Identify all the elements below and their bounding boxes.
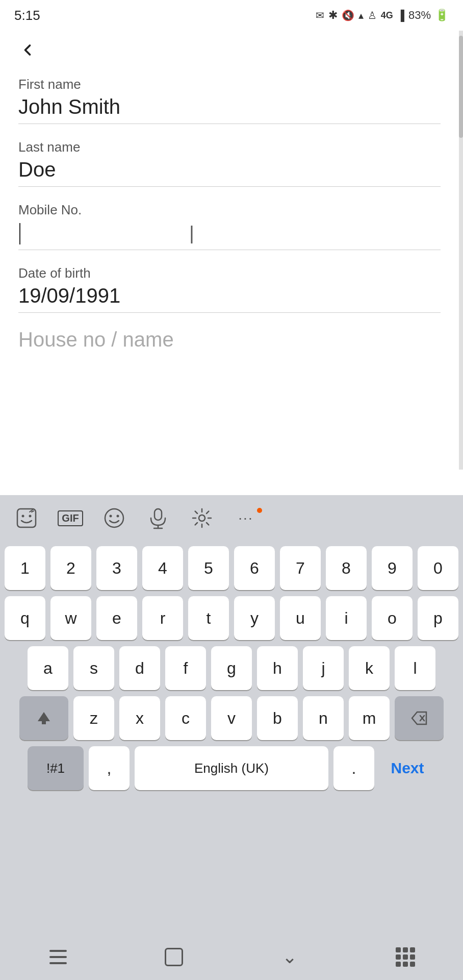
- svg-point-2: [29, 515, 32, 518]
- nav-keyboard-button[interactable]: [385, 942, 426, 972]
- grid-dot: [403, 954, 408, 960]
- key-2[interactable]: 2: [50, 546, 91, 590]
- mobile-value[interactable]: |: [18, 221, 441, 250]
- key-s[interactable]: s: [73, 646, 114, 690]
- i-beam-cursor: |: [189, 223, 194, 243]
- key-d[interactable]: d: [119, 646, 160, 690]
- more-icon[interactable]: ···: [232, 504, 260, 532]
- last-name-divider: [18, 186, 441, 187]
- key-9[interactable]: 9: [372, 546, 413, 590]
- key-l[interactable]: l: [395, 646, 435, 690]
- dob-field[interactable]: Date of birth 19/09/1991: [18, 265, 441, 313]
- qwerty-row-2: a s d f g h j k l: [4, 646, 459, 690]
- battery-percent: 83%: [408, 9, 431, 22]
- bluetooth-icon: ✱: [328, 9, 338, 22]
- grid-dot: [403, 962, 408, 967]
- mobile-divider: [18, 250, 441, 250]
- notification-dot: [257, 508, 262, 513]
- key-5[interactable]: 5: [188, 546, 229, 590]
- key-t[interactable]: t: [188, 596, 229, 640]
- key-q[interactable]: q: [5, 596, 45, 640]
- back-nav-icon: ⌄: [282, 946, 297, 968]
- key-7[interactable]: 7: [280, 546, 321, 590]
- key-8[interactable]: 8: [326, 546, 367, 590]
- key-k[interactable]: k: [349, 646, 390, 690]
- location-icon: ▴: [358, 9, 364, 21]
- emoji-icon[interactable]: [100, 504, 128, 532]
- last-name-value[interactable]: Doe: [18, 158, 441, 186]
- key-w[interactable]: w: [50, 596, 91, 640]
- grid-dot: [403, 947, 408, 952]
- nav-home-button[interactable]: [153, 942, 194, 972]
- back-button[interactable]: [18, 41, 441, 61]
- key-period[interactable]: .: [333, 746, 374, 790]
- key-b[interactable]: b: [257, 696, 298, 740]
- key-g[interactable]: g: [211, 646, 252, 690]
- backspace-key[interactable]: [395, 696, 444, 740]
- key-e[interactable]: e: [96, 596, 137, 640]
- svg-point-1: [22, 515, 24, 518]
- key-symbols[interactable]: !#1: [28, 746, 84, 790]
- house-field[interactable]: House no / name: [18, 328, 441, 351]
- key-6[interactable]: 6: [234, 546, 275, 590]
- menu-line-1: [49, 950, 67, 952]
- key-c[interactable]: c: [165, 696, 206, 740]
- nav-menu-button[interactable]: [38, 942, 79, 972]
- dob-value[interactable]: 19/09/1991: [18, 284, 441, 312]
- key-3[interactable]: 3: [96, 546, 137, 590]
- sticker-icon[interactable]: [12, 504, 41, 532]
- key-1[interactable]: 1: [5, 546, 45, 590]
- battery-icon: 🔋: [435, 9, 449, 22]
- dob-divider: [18, 312, 441, 313]
- key-j[interactable]: j: [303, 646, 344, 690]
- key-z[interactable]: z: [73, 696, 114, 740]
- first-name-field[interactable]: First name John Smith: [18, 77, 441, 124]
- status-icons: ✉ ✱ 🔇 ▴ ♙ 4G ▐ 83% 🔋: [316, 9, 449, 22]
- settings-icon[interactable]: [188, 504, 216, 532]
- key-u[interactable]: u: [280, 596, 321, 640]
- key-x[interactable]: x: [119, 696, 160, 740]
- grid-dot: [410, 962, 415, 967]
- qwerty-row-1: q w e r t y u i o p: [4, 596, 459, 640]
- key-4[interactable]: 4: [142, 546, 183, 590]
- key-m[interactable]: m: [349, 696, 390, 740]
- dob-label: Date of birth: [18, 265, 441, 281]
- mic-icon[interactable]: [144, 504, 172, 532]
- text-cursor: [19, 223, 20, 244]
- status-bar: 5:15 ✉ ✱ 🔇 ▴ ♙ 4G ▐ 83% 🔋: [0, 0, 463, 31]
- key-a[interactable]: a: [28, 646, 68, 690]
- scrollbar-thumb[interactable]: [459, 36, 463, 138]
- mute-icon: 🔇: [342, 9, 354, 21]
- house-placeholder[interactable]: House no / name: [18, 328, 441, 351]
- lte-icon: 4G: [381, 10, 393, 21]
- mobile-field[interactable]: Mobile No. |: [18, 202, 441, 250]
- key-n[interactable]: n: [303, 696, 344, 740]
- key-y[interactable]: y: [234, 596, 275, 640]
- first-name-divider: [18, 124, 441, 124]
- next-key[interactable]: Next: [379, 746, 435, 790]
- key-0[interactable]: 0: [418, 546, 458, 590]
- wifi-icon: ♙: [368, 9, 377, 21]
- last-name-field[interactable]: Last name Doe: [18, 139, 441, 187]
- scrollbar[interactable]: [459, 31, 463, 470]
- key-v[interactable]: v: [211, 696, 252, 740]
- gif-icon[interactable]: GIF: [56, 504, 85, 532]
- key-comma[interactable]: ,: [89, 746, 130, 790]
- key-i[interactable]: i: [326, 596, 367, 640]
- svg-point-4: [110, 515, 112, 518]
- key-r[interactable]: r: [142, 596, 183, 640]
- form-area: First name John Smith Last name Doe Mobi…: [0, 31, 459, 351]
- grid-dot: [396, 954, 401, 960]
- shift-key[interactable]: [19, 696, 68, 740]
- key-h[interactable]: h: [257, 646, 298, 690]
- nav-back-button[interactable]: ⌄: [269, 942, 310, 972]
- signal-icon: ✉: [316, 9, 324, 21]
- mobile-label: Mobile No.: [18, 202, 441, 218]
- keyboard-toolbar: GIF ···: [0, 495, 463, 541]
- status-time: 5:15: [14, 8, 40, 23]
- key-space[interactable]: English (UK): [135, 746, 328, 790]
- first-name-value[interactable]: John Smith: [18, 95, 441, 124]
- key-f[interactable]: f: [165, 646, 206, 690]
- key-p[interactable]: p: [418, 596, 458, 640]
- key-o[interactable]: o: [372, 596, 413, 640]
